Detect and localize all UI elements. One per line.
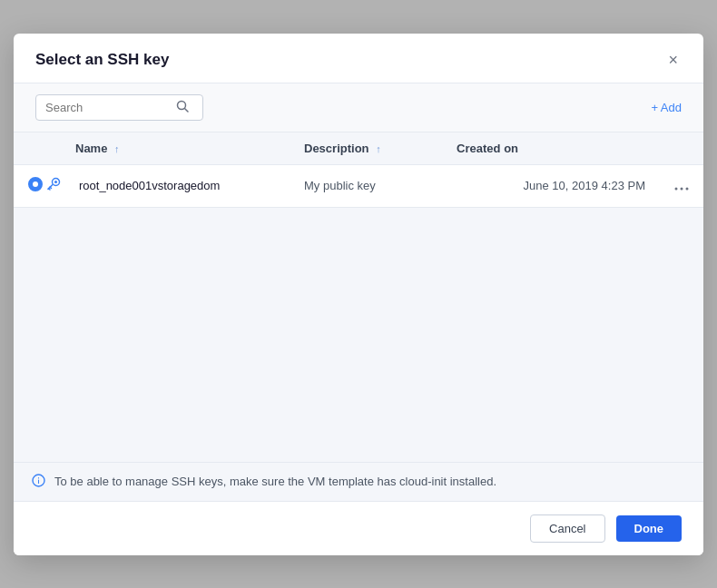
description-sort-arrow: ↑ <box>376 143 381 154</box>
search-box <box>35 94 203 121</box>
td-actions <box>660 164 703 207</box>
row-more-button[interactable] <box>671 176 692 196</box>
th-name: Name ↑ <box>72 132 290 165</box>
footer-info-bar: To be able to manage SSH keys, make sure… <box>14 462 703 501</box>
th-created-on: Created on <box>442 132 660 165</box>
row-radio[interactable] <box>28 177 43 191</box>
th-icon <box>43 132 72 165</box>
svg-line-1 <box>185 108 189 112</box>
dialog-footer: Cancel Done <box>14 501 703 555</box>
name-sort-arrow: ↑ <box>114 143 120 154</box>
td-radio <box>14 164 43 207</box>
svg-line-6 <box>49 188 51 190</box>
ssh-keys-table-container: Name ↑ Description ↑ Created on <box>14 132 703 462</box>
th-description: Description ↑ <box>290 132 442 165</box>
td-description: My public key <box>290 164 442 207</box>
search-input[interactable] <box>45 101 172 114</box>
toolbar: + Add <box>14 83 703 132</box>
svg-line-5 <box>50 187 52 189</box>
footer-info-text: To be able to manage SSH keys, make sure… <box>54 475 496 488</box>
svg-point-9 <box>686 187 689 190</box>
cancel-button[interactable]: Cancel <box>530 514 604 543</box>
svg-rect-11 <box>38 479 39 484</box>
svg-rect-12 <box>38 477 39 479</box>
th-select <box>14 132 43 165</box>
add-button[interactable]: + Add <box>651 101 682 114</box>
svg-point-3 <box>54 181 57 183</box>
done-button[interactable]: Done <box>616 515 683 542</box>
th-actions <box>660 132 703 165</box>
close-button[interactable]: × <box>664 50 682 70</box>
svg-point-8 <box>681 187 683 190</box>
td-key-icon <box>43 164 72 207</box>
empty-table-area <box>14 208 703 462</box>
td-created-on: June 10, 2019 4:23 PM <box>442 164 660 207</box>
info-icon <box>32 474 45 490</box>
dialog-title: Select an SSH key <box>35 51 169 69</box>
table-row[interactable]: root_node001vstoragedom My public key Ju… <box>14 164 703 207</box>
select-ssh-key-dialog: Select an SSH key × + Add Name <box>14 34 703 555</box>
td-name: root_node001vstoragedom <box>72 164 290 207</box>
ssh-keys-table: Name ↑ Description ↑ Created on <box>14 132 703 208</box>
svg-point-7 <box>675 187 678 190</box>
search-icon <box>176 100 189 115</box>
dialog-header: Select an SSH key × <box>14 34 703 83</box>
table-header-row: Name ↑ Description ↑ Created on <box>14 132 703 165</box>
